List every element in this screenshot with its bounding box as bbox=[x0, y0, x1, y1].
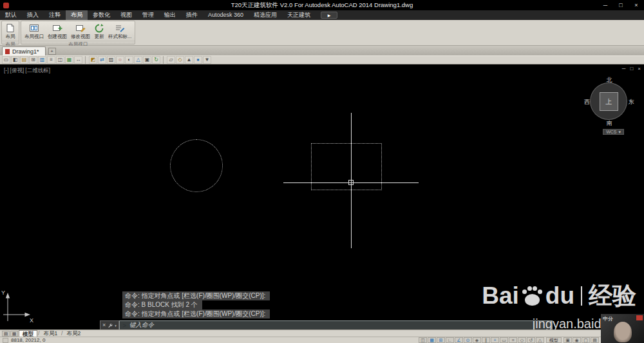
toolbar-icon[interactable]: ▱ bbox=[167, 56, 175, 64]
ribbon-tab[interactable]: 视图 bbox=[115, 10, 137, 20]
toolbar-icon[interactable]: ◫ bbox=[56, 56, 64, 64]
ribbon-tab[interactable]: 插件 bbox=[181, 10, 203, 20]
viewcube-north-label[interactable]: 北 bbox=[607, 76, 612, 84]
toolbar-icon[interactable]: ▨ bbox=[107, 56, 115, 64]
status-toggle[interactable]: ▭ bbox=[500, 337, 508, 343]
status-toggle[interactable]: ∟ bbox=[446, 337, 454, 343]
toolbar-icon[interactable]: ● bbox=[194, 56, 202, 64]
viewcube-top-face[interactable]: 上 bbox=[600, 92, 618, 111]
ribbon-tab[interactable]: 精选应用 bbox=[249, 10, 282, 20]
status-toggle[interactable]: ▦ bbox=[428, 337, 436, 343]
ribbon-tab[interactable]: 参数化 bbox=[88, 10, 115, 20]
tab-layout1[interactable]: 布局1 bbox=[40, 330, 61, 337]
status-right-icon[interactable]: ◉ bbox=[573, 337, 581, 343]
toolbar-icon[interactable]: ○ bbox=[116, 56, 124, 64]
file-tab-drawing1[interactable]: Drawing1* bbox=[2, 46, 46, 55]
styles-annotation-tool-button[interactable]: 样式和标... bbox=[106, 22, 133, 40]
toolbar-icon[interactable]: ▦ bbox=[65, 56, 73, 64]
status-toggle[interactable]: ∥ bbox=[482, 337, 490, 343]
chevron-down-icon[interactable]: ▾ bbox=[115, 324, 117, 328]
ribbon-panel-layout-viewports: 布局视口 创建视图 修改视图 bbox=[21, 21, 135, 44]
toolbar-icon[interactable]: ▲ bbox=[185, 56, 193, 64]
status-toggle[interactable]: ⊙ bbox=[464, 337, 472, 343]
toolbar-icon[interactable]: ▥ bbox=[38, 56, 46, 64]
toolbar-icon[interactable]: △ bbox=[134, 56, 142, 64]
status-right-icon[interactable]: ▢ bbox=[582, 337, 590, 343]
toolbar-icon[interactable]: ≡ bbox=[47, 56, 55, 64]
status-toggle[interactable]: ⊞ bbox=[437, 337, 445, 343]
ribbon-tab[interactable]: 输出 bbox=[159, 10, 181, 20]
ribbon-tab[interactable]: 管理 bbox=[137, 10, 159, 20]
ribbon-tab[interactable]: 默认 bbox=[0, 10, 22, 20]
toolbar-icon[interactable]: ↔ bbox=[74, 56, 82, 64]
maximize-button[interactable]: □ bbox=[613, 0, 629, 10]
minimize-button[interactable]: ─ bbox=[598, 0, 613, 10]
toolbar-icon[interactable]: ▭ bbox=[2, 56, 10, 64]
status-right-icon[interactable]: ▣ bbox=[564, 337, 572, 343]
drawing-canvas[interactable]: [-] [俯视] [二维线框] ─ □ × 上 北 南 西 东 WCS ▾ 命令… bbox=[0, 64, 644, 329]
wrench-icon[interactable] bbox=[108, 323, 113, 328]
video-thumbnail[interactable]: 中分 bbox=[601, 314, 644, 343]
drawing-close-button[interactable]: × bbox=[638, 66, 641, 72]
ribbon-tab[interactable]: 插入 bbox=[22, 10, 44, 20]
model-paper-toggle[interactable]: 模型 bbox=[546, 337, 562, 343]
ribbon-tab[interactable]: 注释 bbox=[44, 10, 66, 20]
selected-rectangle-entity[interactable] bbox=[311, 143, 382, 190]
drawing-restore-button[interactable]: □ bbox=[630, 66, 633, 72]
ribbon-tab[interactable]: Autodesk 360 bbox=[203, 10, 249, 20]
ribbon-tab[interactable]: 天正建筑 bbox=[282, 10, 316, 20]
layout-tool-button[interactable]: 布局 bbox=[3, 22, 17, 40]
tab-model[interactable]: 模型 bbox=[19, 330, 37, 337]
layout-viewport-tool-button[interactable]: 布局视口 bbox=[23, 22, 46, 40]
app-logo-icon[interactable] bbox=[3, 3, 9, 8]
play-button[interactable]: ▶ bbox=[321, 12, 337, 19]
modify-view-tool-button[interactable]: 修改视图 bbox=[69, 22, 92, 40]
selected-circle-entity[interactable] bbox=[170, 139, 223, 192]
viewcube-east-label[interactable]: 东 bbox=[629, 98, 634, 106]
status-right-icon[interactable]: ▤ bbox=[591, 337, 599, 343]
drawing-minimize-button[interactable]: ─ bbox=[622, 66, 626, 72]
view-control[interactable]: [俯视] bbox=[10, 67, 24, 75]
toolbar-icon[interactable]: ⇄ bbox=[98, 56, 106, 64]
toolbar-icon[interactable]: ▤ bbox=[20, 56, 28, 64]
status-toggle[interactable]: ◇ bbox=[518, 337, 526, 343]
layout-page-icon bbox=[5, 23, 15, 33]
tab-layout2[interactable]: 布局2 bbox=[63, 330, 84, 337]
quick-view-drawings-icon[interactable]: ▦ bbox=[10, 331, 18, 337]
visual-style-control[interactable]: [二维线框] bbox=[25, 67, 50, 75]
toolbar-icon[interactable]: ▼ bbox=[203, 56, 211, 64]
toolbar-icon[interactable]: ◩ bbox=[89, 56, 97, 64]
toolbar-icon[interactable]: ▣ bbox=[143, 56, 151, 64]
command-close-icon[interactable]: × bbox=[102, 321, 106, 329]
dwg-file-icon bbox=[5, 49, 10, 54]
update-tool-button[interactable]: 更新 bbox=[92, 22, 106, 40]
baidu-paw-icon bbox=[522, 286, 542, 307]
status-toggle[interactable]: △ bbox=[536, 337, 544, 343]
status-toggle[interactable]: ∠ bbox=[455, 337, 463, 343]
toolbar-icon[interactable]: ◇ bbox=[176, 56, 184, 64]
status-toggle[interactable]: ◈ bbox=[473, 337, 481, 343]
status-toggle[interactable]: ↺ bbox=[527, 337, 535, 343]
ribbon-tab-bar: 默认 插入 注释 布局 参数化 视图 管理 输出 插件 Autodesk 360… bbox=[0, 10, 644, 20]
quick-view-layouts-icon[interactable]: ▤ bbox=[2, 331, 10, 337]
viewcube[interactable]: 上 北 南 西 东 bbox=[585, 77, 634, 126]
toolbar-icon[interactable]: ◐ bbox=[125, 56, 133, 64]
new-drawing-button[interactable]: + bbox=[48, 48, 56, 55]
status-toggle[interactable]: ◫ bbox=[419, 337, 427, 343]
ribbon-tab-active[interactable]: 布局 bbox=[66, 10, 88, 20]
wcs-dropdown[interactable]: WCS ▾ bbox=[603, 129, 624, 135]
status-toggle[interactable]: + bbox=[491, 337, 499, 343]
toolbar-icon[interactable]: ⊞ bbox=[29, 56, 37, 64]
ribbon: 布局 布局 布局视口 bbox=[0, 20, 644, 46]
close-button[interactable]: × bbox=[629, 0, 644, 10]
viewcube-west-label[interactable]: 西 bbox=[584, 98, 590, 106]
create-view-tool-button[interactable]: 创建视图 bbox=[46, 22, 69, 40]
viewport-menu-control[interactable]: [-] bbox=[4, 67, 9, 75]
title-bar: T20天正建筑软件 V2.0 For Autodesk AutoCAD 2014… bbox=[0, 0, 644, 10]
viewcube-south-label[interactable]: 南 bbox=[607, 119, 612, 128]
toolbar-icon[interactable]: ↻ bbox=[152, 56, 160, 64]
coordinates-toggle-icon[interactable] bbox=[3, 338, 8, 343]
status-toggle[interactable]: ≡ bbox=[509, 337, 517, 343]
tool-label: 样式和标... bbox=[108, 34, 131, 40]
toolbar-icon[interactable]: ◧ bbox=[11, 56, 19, 64]
